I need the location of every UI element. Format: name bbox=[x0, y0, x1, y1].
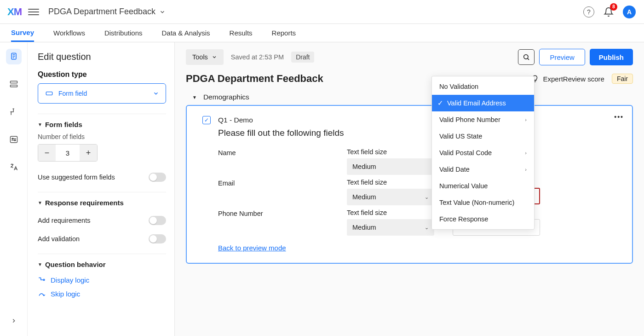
response-req-section-header[interactable]: ▼Response requirements bbox=[38, 199, 166, 207]
text-size-select[interactable]: Medium bbox=[347, 158, 434, 175]
svg-rect-5 bbox=[10, 85, 17, 87]
help-icon[interactable]: ? bbox=[583, 6, 594, 17]
tab-results[interactable]: Results bbox=[230, 24, 253, 42]
display-logic-icon bbox=[38, 276, 46, 284]
form-fields-section-header[interactable]: ▼Form fields bbox=[38, 121, 166, 128]
preview-button[interactable]: Preview bbox=[539, 49, 585, 65]
skip-logic-icon bbox=[38, 290, 46, 298]
avatar-button[interactable]: A bbox=[623, 6, 636, 18]
question-options-menu-icon[interactable]: ••• bbox=[614, 113, 624, 121]
search-icon bbox=[523, 53, 530, 61]
canvas: Tools Saved at 2:53 PM Draft Preview Pub… bbox=[175, 42, 644, 336]
validation-option[interactable]: Valid Date› bbox=[432, 161, 534, 178]
notification-badge: 8 bbox=[610, 3, 617, 11]
text-size-header: Text field size bbox=[347, 148, 443, 156]
add-validation-toggle[interactable] bbox=[149, 234, 166, 243]
tab-reports[interactable]: Reports bbox=[272, 24, 296, 42]
rail-flow-icon[interactable] bbox=[6, 76, 22, 92]
add-validation-label: Add validation bbox=[38, 235, 80, 243]
saved-status: Saved at 2:53 PM bbox=[231, 53, 284, 61]
publish-button[interactable]: Publish bbox=[590, 49, 633, 65]
project-switcher[interactable]: PDGA Department Feedback bbox=[48, 7, 166, 17]
validation-dropdown-menu: No Validation✓Valid Email AddressValid P… bbox=[431, 76, 535, 230]
expert-review-score[interactable]: ExpertReview score Fair bbox=[531, 74, 633, 84]
chevron-right-icon: › bbox=[525, 167, 527, 172]
edit-question-panel: Edit question Question type Form field ▼… bbox=[28, 42, 175, 336]
display-logic-link[interactable]: Display logic bbox=[38, 273, 166, 287]
text-size-select[interactable]: Medium⌄ bbox=[347, 219, 434, 236]
validation-option[interactable]: ✓Valid Email Address bbox=[432, 95, 534, 111]
tab-survey[interactable]: Survey bbox=[11, 24, 34, 42]
question-type-select[interactable]: Form field bbox=[38, 83, 166, 104]
form-field-icon bbox=[45, 90, 54, 97]
check-icon: ✓ bbox=[437, 99, 443, 107]
rail-look-feel-icon[interactable] bbox=[6, 104, 22, 120]
chevron-down-icon bbox=[212, 54, 217, 60]
rail-builder-icon[interactable] bbox=[6, 49, 22, 64]
question-card[interactable]: ••• ✓ Q1 - Demo Please fill out the foll… bbox=[186, 105, 633, 264]
rail-options-icon[interactable] bbox=[6, 132, 22, 147]
panel-title: Edit question bbox=[38, 52, 166, 62]
validation-option[interactable]: Text Value (Non-numeric) bbox=[432, 194, 534, 211]
stepper-decrement[interactable]: − bbox=[38, 145, 56, 161]
text-size-select[interactable]: Medium⌄ bbox=[347, 189, 434, 205]
field-name-label[interactable]: Name bbox=[218, 148, 338, 156]
number-of-fields-label: Number of fields bbox=[38, 133, 166, 140]
stepper-increment[interactable]: + bbox=[80, 145, 97, 161]
add-requirements-toggle[interactable] bbox=[149, 216, 166, 225]
question-title[interactable]: Please fill out the following fields bbox=[218, 128, 616, 138]
draft-badge: Draft bbox=[291, 52, 314, 63]
skip-logic-link[interactable]: Skip logic bbox=[38, 287, 166, 301]
chevron-down-icon bbox=[159, 9, 166, 15]
chevron-right-icon: › bbox=[525, 150, 527, 156]
back-to-preview-link[interactable]: Back to preview mode bbox=[218, 244, 286, 252]
block-header[interactable]: ▼ Demographics bbox=[175, 88, 644, 105]
top-bar: XM PDGA Department Feedback ? 8 A bbox=[0, 0, 644, 24]
survey-title[interactable]: PDGA Department Feedback bbox=[186, 73, 323, 85]
chevron-down-icon: ⌄ bbox=[425, 194, 429, 200]
xm-logo[interactable]: XM bbox=[7, 6, 22, 18]
field-name-label[interactable]: Phone Number bbox=[218, 209, 338, 217]
validation-option[interactable]: Valid Postal Code› bbox=[432, 145, 534, 161]
primary-tabs: Survey Workflows Distributions Data & An… bbox=[0, 24, 644, 42]
caret-down-icon: ▼ bbox=[38, 262, 42, 267]
expert-score-pill: Fair bbox=[612, 74, 633, 84]
svg-rect-4 bbox=[10, 81, 17, 83]
field-name-label[interactable]: Email bbox=[218, 179, 338, 187]
project-name-label: PDGA Department Feedback bbox=[48, 7, 155, 17]
text-size-header: Text field size bbox=[347, 209, 443, 216]
rail-translate-icon[interactable] bbox=[6, 159, 22, 175]
tools-menu-button[interactable]: Tools bbox=[186, 49, 224, 65]
number-of-fields-stepper[interactable]: − 3 + bbox=[38, 144, 98, 162]
caret-down-icon: ▼ bbox=[192, 95, 197, 100]
question-type-value: Form field bbox=[58, 90, 87, 97]
tab-data-analysis[interactable]: Data & Analysis bbox=[161, 24, 210, 42]
text-size-header: Text field size bbox=[347, 179, 443, 186]
svg-point-12 bbox=[43, 279, 45, 281]
validation-option[interactable]: Numerical Value bbox=[432, 178, 534, 194]
caret-down-icon: ▼ bbox=[38, 122, 42, 127]
left-rail bbox=[0, 42, 28, 336]
chevron-down-icon: ⌄ bbox=[425, 225, 429, 231]
search-button[interactable] bbox=[518, 49, 535, 65]
svg-rect-6 bbox=[10, 136, 17, 142]
hamburger-menu-icon[interactable] bbox=[28, 6, 39, 17]
validation-option[interactable]: Force Response bbox=[432, 211, 534, 227]
tab-distributions[interactable]: Distributions bbox=[104, 24, 143, 42]
svg-line-14 bbox=[528, 58, 529, 60]
svg-point-13 bbox=[524, 55, 528, 59]
rail-collapse-icon[interactable] bbox=[6, 313, 22, 329]
add-requirements-label: Add requirements bbox=[38, 217, 90, 224]
question-behavior-section-header[interactable]: ▼Question behavior bbox=[38, 261, 166, 268]
question-checkbox[interactable]: ✓ bbox=[202, 116, 211, 124]
tab-workflows[interactable]: Workflows bbox=[53, 24, 85, 42]
chevron-down-icon bbox=[153, 90, 159, 97]
validation-option[interactable]: Valid Phone Number› bbox=[432, 111, 534, 128]
validation-option[interactable]: Valid US State bbox=[432, 128, 534, 145]
notifications-icon[interactable]: 8 bbox=[603, 6, 615, 18]
canvas-toolbar: Tools Saved at 2:53 PM Draft Preview Pub… bbox=[175, 42, 644, 70]
validation-option[interactable]: No Validation bbox=[432, 78, 534, 95]
use-suggested-toggle[interactable] bbox=[149, 173, 166, 182]
caret-down-icon: ▼ bbox=[38, 200, 42, 205]
question-type-heading: Question type bbox=[38, 70, 166, 79]
